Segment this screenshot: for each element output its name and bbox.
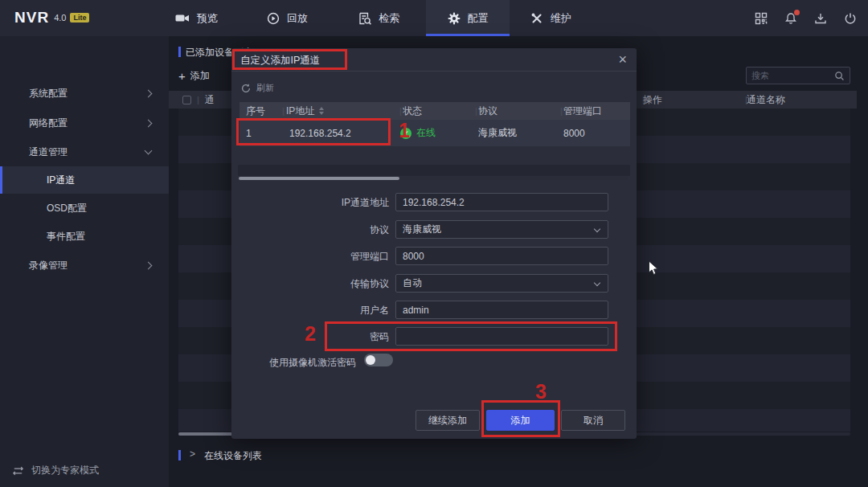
password-input[interactable]: [395, 327, 608, 346]
online-device-row[interactable]: 1 192.168.254.2 ✓ 在线 海康威视 8000: [240, 120, 630, 146]
sidebar-item-channel-management[interactable]: 通道管理: [0, 138, 169, 166]
field-label: 用户名: [280, 304, 389, 317]
add-button-label: 添加: [190, 69, 210, 83]
expand-chevron-icon[interactable]: >: [190, 448, 195, 460]
cancel-button[interactable]: 取消: [561, 410, 625, 431]
sidebar-item-label: 事件配置: [47, 230, 85, 244]
online-device-table-header: 序号 | IP地址 | 状态 | 协议 | 管理端口: [240, 102, 630, 120]
column-header-operation: 操作: [643, 93, 662, 107]
swap-arrows-icon: [11, 466, 25, 476]
column-header-ip-label: IP地址: [286, 104, 314, 118]
sort-icon[interactable]: [319, 107, 324, 115]
device-search-box: [746, 67, 850, 84]
section-accent-bar: [178, 47, 181, 57]
sidebar-item-record-management[interactable]: 录像管理: [0, 252, 169, 279]
version-text: 4.0: [54, 13, 66, 23]
sidebar-item-event-config[interactable]: 事件配置: [0, 223, 169, 250]
dialog-divider: [231, 71, 637, 72]
download-icon[interactable]: [814, 12, 827, 25]
nav-tab-preview[interactable]: 预览: [166, 0, 227, 36]
notification-bell-icon[interactable]: [784, 12, 797, 25]
status-online-label: 在线: [416, 126, 436, 140]
form-row-password: 密码: [231, 327, 637, 346]
add-button[interactable]: 添加: [486, 410, 555, 431]
sidebar-item-network-config[interactable]: 网络配置: [0, 109, 169, 137]
column-separator: |: [475, 102, 477, 120]
layout-grid-icon[interactable]: [755, 12, 768, 25]
column-header-channel-no: 通: [205, 93, 215, 107]
lite-badge: Lite: [70, 13, 89, 23]
table-empty-strip: [238, 165, 630, 176]
nav-tab-maintenance[interactable]: 维护: [521, 0, 581, 36]
modal-scrollbar-thumb[interactable]: [239, 177, 399, 180]
cell-protocol: 海康威视: [478, 120, 517, 146]
sidebar-item-system-config[interactable]: 系统配置: [0, 80, 169, 107]
column-header-index: 序号: [246, 102, 265, 120]
add-device-button[interactable]: + 添加: [178, 69, 210, 83]
form-row-ip-address: IP通道地址: [231, 193, 637, 211]
protocol-select[interactable]: 海康威视: [395, 220, 608, 239]
column-header-channel-name: 通道名称: [747, 93, 785, 107]
column-separator: |: [197, 95, 199, 104]
toggle-knob: [366, 355, 375, 365]
form-row-protocol: 协议 海康威视: [231, 220, 637, 239]
power-icon[interactable]: [844, 12, 857, 25]
form-row-management-port: 管理端口: [231, 247, 637, 265]
continue-add-button[interactable]: 继续添加: [416, 410, 480, 431]
sidebar-item-label: IP通道: [47, 174, 75, 187]
ip-channel-address-input[interactable]: [395, 193, 608, 211]
cell-index: 1: [246, 120, 252, 146]
nav-tab-label: 回放: [287, 11, 308, 26]
sidebar-item-label: 网络配置: [29, 117, 68, 130]
nav-tab-label: 配置: [468, 11, 489, 26]
camera-icon: [175, 13, 190, 24]
nvr-logo: NVR 4.0 Lite: [14, 9, 89, 27]
management-port-input[interactable]: [395, 247, 608, 265]
form-row-username: 用户名: [231, 301, 637, 319]
nav-tab-label: 检索: [379, 11, 399, 26]
field-label: 协议: [280, 223, 389, 237]
select-all-checkbox[interactable]: [182, 96, 191, 104]
sidebar-item-label: OSD配置: [47, 202, 87, 215]
switch-expert-mode-button[interactable]: 切换为专家模式: [11, 464, 99, 477]
playback-icon: [267, 12, 280, 25]
column-separator: |: [560, 102, 563, 120]
brand-text: NVR: [14, 9, 49, 27]
search-input[interactable]: [747, 71, 834, 80]
close-icon[interactable]: ×: [618, 51, 627, 68]
sidebar-item-osd-config[interactable]: OSD配置: [0, 194, 169, 222]
selected-protocol-value: 海康威视: [403, 223, 441, 236]
field-label: 传输协议: [280, 277, 389, 291]
search-icon[interactable]: [834, 71, 845, 81]
column-header-port: 管理端口: [563, 102, 602, 120]
sidebar-item-label: 系统配置: [29, 87, 68, 100]
column-header-status: 状态: [403, 102, 422, 120]
nav-tab-retrieve[interactable]: 检索: [349, 0, 409, 36]
activation-password-label: 使用摄像机激活密码: [240, 356, 356, 370]
sidebar-item-label: 录像管理: [29, 259, 68, 272]
top-navigation-bar: NVR 4.0 Lite 预览 回放 检索 配置: [0, 0, 868, 36]
settings-sidebar: 系统配置 网络配置 通道管理 IP通道 OSD配置 事件配置 录像管理 切: [0, 36, 169, 487]
column-header-ip: IP地址: [286, 102, 324, 120]
form-row-activation-password: 使用摄像机激活密码: [231, 353, 637, 371]
online-section-title: 在线设备列表: [204, 449, 262, 463]
column-header-protocol: 协议: [478, 102, 497, 120]
camera-activation-password-toggle[interactable]: [364, 354, 393, 366]
nav-tab-playback[interactable]: 回放: [257, 0, 317, 36]
chevron-down-icon: [594, 280, 600, 286]
sidebar-item-ip-channel[interactable]: IP通道: [0, 166, 169, 194]
field-label: 密码: [280, 330, 389, 344]
nav-tab-config[interactable]: 配置: [426, 0, 510, 36]
nvr-config-screen: NVR 4.0 Lite 预览 回放 检索 配置: [0, 0, 868, 487]
refresh-button[interactable]: 刷新: [241, 82, 274, 94]
chevron-right-icon: [145, 120, 153, 128]
retrieve-icon: [358, 12, 371, 25]
refresh-label: 刷新: [256, 82, 274, 94]
transfer-protocol-select[interactable]: 自动: [395, 274, 608, 293]
chevron-down-icon: [594, 226, 600, 232]
gear-icon: [448, 12, 461, 25]
field-label: IP通道地址: [280, 196, 389, 210]
username-input[interactable]: [395, 301, 608, 319]
custom-add-ip-channel-dialog: 自定义添加IP通道 × 刷新 序号 | IP地址 | 状态 | 协议 | 管理端…: [231, 48, 637, 439]
cell-port: 8000: [563, 120, 585, 146]
